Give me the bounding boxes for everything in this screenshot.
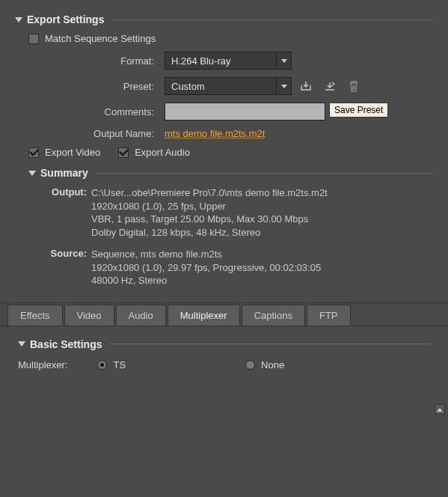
chevron-down-icon	[276, 78, 291, 94]
tab-ftp[interactable]: FTP	[307, 305, 351, 326]
export-tabs: Effects Video Audio Multiplexer Captions…	[0, 302, 448, 326]
tab-audio[interactable]: Audio	[116, 305, 166, 326]
output-name-row: Output Name: mts demo file.m2ts.m2t	[15, 128, 433, 139]
basic-settings-header[interactable]: Basic Settings	[18, 338, 430, 350]
summary-source-label: Source:	[45, 248, 87, 287]
summary-header[interactable]: Summary	[28, 167, 433, 179]
preset-dropdown[interactable]: Custom	[165, 77, 292, 95]
summary-output-line1: C:\User...obe\Premiere Pro\7.0\mts demo …	[91, 186, 328, 200]
tab-video[interactable]: Video	[64, 305, 114, 326]
format-dropdown[interactable]: H.264 Blu-ray	[165, 52, 292, 70]
export-settings-title: Export Settings	[27, 13, 104, 25]
multiplexer-label: Multiplexer:	[18, 359, 67, 371]
format-value: H.264 Blu-ray	[171, 55, 230, 67]
match-sequence-row: Match Sequence Settings	[28, 33, 433, 44]
import-preset-button[interactable]	[320, 77, 340, 95]
multiplexer-row: Multiplexer: TS None	[18, 359, 430, 371]
scroll-up-button[interactable]	[435, 404, 445, 415]
format-row: Format: H.264 Blu-ray	[15, 52, 433, 70]
chevron-down-icon	[276, 52, 291, 69]
export-video-checkbox[interactable]	[28, 147, 39, 158]
chevron-down-icon	[18, 341, 25, 347]
multiplexer-ts-radio[interactable]	[97, 360, 107, 370]
output-name-label: Output Name:	[15, 128, 165, 139]
save-icon	[300, 81, 312, 91]
summary-block: Output: C:\User...obe\Premiere Pro\7.0\m…	[45, 186, 433, 287]
export-audio-label: Export Audio	[135, 147, 190, 158]
comments-label: Comments:	[15, 106, 165, 118]
preset-label: Preset:	[15, 81, 165, 92]
summary-source-line1: Sequence, mts demo file.m2ts	[91, 248, 321, 261]
trash-icon	[349, 81, 359, 92]
summary-source-line2: 1920x1080 (1.0), 29.97 fps, Progressive,…	[91, 261, 321, 275]
summary-output-line2: 1920x1080 (1.0), 25 fps, Upper	[91, 200, 328, 213]
match-sequence-label: Match Sequence Settings	[45, 33, 156, 44]
summary-output-lines: C:\User...obe\Premiere Pro\7.0\mts demo …	[91, 186, 328, 239]
preset-value: Custom	[171, 81, 205, 92]
comments-input[interactable]	[165, 103, 325, 121]
basic-settings-title: Basic Settings	[30, 338, 102, 350]
import-icon	[324, 81, 336, 91]
summary-source-row: Source: Sequence, mts demo file.m2ts 192…	[45, 248, 433, 287]
tab-multiplexer[interactable]: Multiplexer	[168, 305, 240, 326]
output-name-link[interactable]: mts demo file.m2ts.m2t	[165, 128, 265, 139]
summary-output-row: Output: C:\User...obe\Premiere Pro\7.0\m…	[45, 186, 433, 239]
export-audio-checkbox[interactable]	[118, 147, 129, 158]
preset-row: Preset: Custom	[15, 77, 433, 95]
save-preset-button[interactable]	[296, 77, 316, 95]
summary-title: Summary	[40, 167, 88, 179]
chevron-down-icon	[28, 171, 36, 176]
comments-row: Comments: Save Preset	[15, 103, 433, 121]
export-settings-header[interactable]: Export Settings	[15, 13, 433, 25]
export-video-label: Export Video	[45, 147, 100, 158]
divider	[111, 19, 433, 20]
summary-output-line3: VBR, 1 pass, Target 25.00 Mbps, Max 30.0…	[91, 213, 328, 226]
multiplexer-none-radio[interactable]	[245, 360, 255, 370]
summary-output-line4: Dolby Digital, 128 kbps, 48 kHz, Stereo	[91, 226, 328, 240]
summary-source-lines: Sequence, mts demo file.m2ts 1920x1080 (…	[91, 248, 321, 287]
save-preset-tooltip: Save Preset	[329, 103, 388, 118]
match-sequence-checkbox[interactable]	[28, 34, 39, 44]
divider	[96, 173, 433, 174]
chevron-down-icon	[15, 17, 22, 22]
summary-output-label: Output:	[45, 186, 87, 239]
tab-effects[interactable]: Effects	[7, 305, 63, 326]
tab-captions[interactable]: Captions	[242, 305, 305, 326]
export-av-row: Export Video Export Audio	[28, 147, 433, 158]
divider	[109, 344, 430, 344]
basic-settings-panel: Basic Settings Multiplexer: TS None	[0, 326, 448, 382]
export-settings-panel: Export Settings Match Sequence Settings …	[0, 0, 448, 287]
delete-preset-button[interactable]	[344, 77, 363, 95]
multiplexer-ts-label: TS	[113, 359, 126, 371]
multiplexer-none-label: None	[261, 359, 284, 371]
summary-source-line3: 48000 Hz, Stereo	[91, 274, 321, 287]
format-label: Format:	[15, 55, 165, 67]
